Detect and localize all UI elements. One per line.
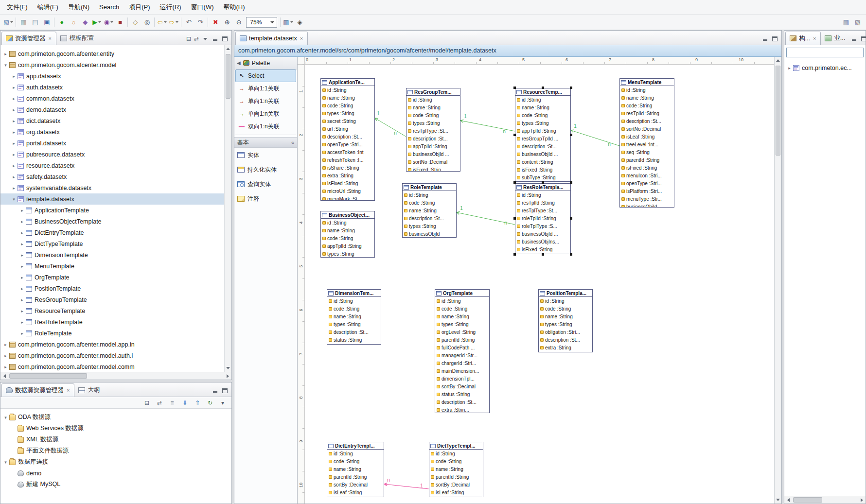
entity-field[interactable]: code :String bbox=[406, 111, 460, 119]
tree-item[interactable]: ▸RoleTemplate bbox=[0, 328, 231, 339]
entity-field[interactable]: refreshToken :I... bbox=[321, 156, 374, 164]
build-icon[interactable]: ◆ bbox=[79, 17, 91, 28]
search-advanced-icon[interactable]: ◈ bbox=[294, 17, 306, 28]
tree-item[interactable]: ▸com.primeton.gocom.afcenter.model.app.i… bbox=[0, 339, 231, 350]
entity-field[interactable]: code :String bbox=[321, 102, 374, 109]
entity-field[interactable]: types :String bbox=[539, 320, 592, 328]
entity-field[interactable]: id :String bbox=[539, 297, 592, 305]
entity-field[interactable]: sortBy :Decimal bbox=[327, 481, 384, 488]
tab-structure[interactable]: 构...× bbox=[785, 32, 821, 45]
entity-field[interactable]: name :String bbox=[327, 465, 384, 473]
entity-field[interactable]: appTplId :String bbox=[515, 127, 570, 135]
entity-field[interactable]: extra :String bbox=[321, 172, 374, 179]
expander-icon[interactable]: ▸ bbox=[19, 275, 25, 280]
entity-field[interactable]: isFixed :String bbox=[515, 166, 570, 174]
entity-field[interactable]: businessObjId bbox=[403, 230, 456, 238]
entity-title[interactable]: ResGroupTem... bbox=[406, 88, 460, 96]
tree-item[interactable]: 新建 MySQL bbox=[0, 479, 231, 490]
entity-field[interactable]: description :St... bbox=[539, 336, 592, 344]
back-icon[interactable]: ⇦ bbox=[156, 17, 168, 28]
expander-icon[interactable]: ▸ bbox=[19, 242, 25, 246]
console-icon[interactable]: ▣ bbox=[41, 17, 53, 28]
entity-field[interactable]: isShare :String bbox=[321, 164, 374, 172]
settings-icon[interactable]: ☼ bbox=[68, 17, 79, 28]
entity-field[interactable]: isFixed :String bbox=[515, 245, 570, 253]
entity-field[interactable]: orgLevel :String bbox=[435, 328, 489, 336]
entity-field[interactable]: isLeaf :String bbox=[429, 488, 483, 496]
scroll-left-icon[interactable] bbox=[784, 496, 792, 504]
undo-icon[interactable]: ↶ bbox=[183, 17, 194, 28]
tree-item[interactable]: ▸pubresource.datasetx bbox=[0, 149, 231, 160]
entity-field[interactable]: status :String bbox=[327, 336, 381, 344]
entity-field[interactable]: isFixed :String bbox=[321, 179, 374, 187]
close-icon[interactable]: × bbox=[66, 387, 70, 393]
tree-item[interactable]: ▸safety.datasetx bbox=[0, 171, 231, 182]
menu-item[interactable]: 帮助(H) bbox=[219, 1, 250, 14]
entity-field[interactable]: resGroupTplId ... bbox=[515, 135, 570, 142]
scroll-up-icon[interactable] bbox=[225, 45, 231, 52]
menu-item[interactable]: 窗口(W) bbox=[186, 1, 219, 14]
entity-field[interactable]: businessObjId ... bbox=[406, 150, 460, 158]
palette-tool-relation-bidirectional[interactable]: —双向1:n关联 bbox=[235, 120, 296, 133]
entity-field[interactable]: managerId :Str... bbox=[435, 351, 489, 359]
forward-icon[interactable]: ⇨ bbox=[168, 17, 179, 28]
entity-field[interactable]: url :String bbox=[321, 125, 374, 133]
entity-field[interactable]: description :St... bbox=[406, 135, 460, 142]
scroll-right-icon[interactable] bbox=[224, 372, 231, 380]
maximize-icon[interactable] bbox=[861, 36, 866, 42]
entity-field[interactable]: isPlatform :Stri... bbox=[620, 187, 674, 195]
tree-item[interactable]: XML 数据源 bbox=[0, 434, 231, 445]
expander-icon[interactable]: ▸ bbox=[19, 309, 25, 313]
entity-field[interactable]: description :St... bbox=[435, 398, 489, 406]
expander-icon[interactable]: ▸ bbox=[19, 286, 25, 291]
maximize-icon[interactable] bbox=[222, 388, 228, 394]
tree-item[interactable]: ▾数据库连接 bbox=[0, 456, 231, 468]
entity-title[interactable]: ResRoleTempla... bbox=[515, 184, 570, 191]
scrollbar-thumb[interactable] bbox=[776, 66, 780, 156]
entity-field[interactable]: mainDimension... bbox=[435, 367, 489, 375]
tree-item[interactable]: ▸portal.datasetx bbox=[0, 138, 231, 149]
entity-field[interactable]: types :String bbox=[515, 119, 570, 127]
maximize-icon[interactable] bbox=[772, 36, 778, 42]
entity-field[interactable]: microMark :St... bbox=[321, 195, 374, 201]
zoom-out-icon[interactable]: ⊖ bbox=[233, 17, 245, 28]
entity-field[interactable]: types :String bbox=[406, 119, 460, 127]
tree-item[interactable]: ▸app.datasetx bbox=[0, 70, 231, 82]
entity-field[interactable]: name :String bbox=[435, 313, 489, 320]
expander-icon[interactable]: ▸ bbox=[11, 141, 17, 146]
expander-icon[interactable]: ▸ bbox=[11, 174, 17, 179]
entity-field[interactable]: resTplType :St... bbox=[406, 127, 460, 135]
print-icon[interactable]: ▤ bbox=[29, 17, 41, 28]
entity-org[interactable]: OrgTemplateid :Stringcode :Stringname :S… bbox=[435, 289, 490, 413]
tree-item[interactable]: ▸ResRoleTemplate bbox=[0, 316, 231, 328]
entity-field[interactable]: isLeaf :String bbox=[327, 488, 384, 496]
entity-title[interactable]: DictEntryTempl... bbox=[327, 442, 384, 450]
entity-field[interactable]: types :String bbox=[435, 320, 489, 328]
tree-item[interactable]: ▸org.datasetx bbox=[0, 126, 231, 138]
selection-handle[interactable] bbox=[542, 253, 544, 256]
entity-resource[interactable]: ResourceTemp...id :Stringname :Stringcod… bbox=[515, 88, 571, 182]
entity-field[interactable]: description :St... bbox=[515, 142, 570, 150]
open-type-icon[interactable]: ◇ bbox=[129, 17, 141, 28]
tree-item[interactable]: ▸com.primeton.ec... bbox=[784, 62, 866, 73]
expander-icon[interactable]: ▸ bbox=[11, 96, 17, 101]
entity-field[interactable]: resTplId :String bbox=[515, 199, 570, 207]
entity-field[interactable]: accessToken :Int bbox=[321, 148, 374, 156]
entity-field[interactable]: businessObjId ... bbox=[620, 203, 674, 208]
entity-title[interactable]: DimensionTem... bbox=[327, 290, 381, 297]
entity-field[interactable]: name :String bbox=[539, 313, 592, 320]
entity-field[interactable]: isFixed :Strin... bbox=[406, 166, 460, 172]
menu-item[interactable]: 导航(N) bbox=[63, 1, 94, 14]
redo-icon[interactable]: ↷ bbox=[194, 17, 206, 28]
menu-item[interactable]: 项目(P) bbox=[124, 1, 155, 14]
tree-item[interactable]: ▸MenuTemplate bbox=[0, 261, 231, 272]
entity-field[interactable]: name :String bbox=[406, 104, 460, 111]
entity-field[interactable]: code :String bbox=[435, 305, 489, 313]
perspective-model-icon[interactable]: ▦ bbox=[840, 17, 852, 28]
minimize-icon[interactable] bbox=[212, 36, 218, 42]
scrollbar-thumb[interactable] bbox=[793, 497, 822, 503]
entity-field[interactable]: content :String bbox=[515, 158, 570, 166]
link-with-editor-icon[interactable]: ⇄ bbox=[194, 36, 199, 42]
collapse-all-icon[interactable]: ⊟ bbox=[186, 36, 191, 42]
tree-item[interactable]: ▸dict.datasetx bbox=[0, 115, 231, 126]
